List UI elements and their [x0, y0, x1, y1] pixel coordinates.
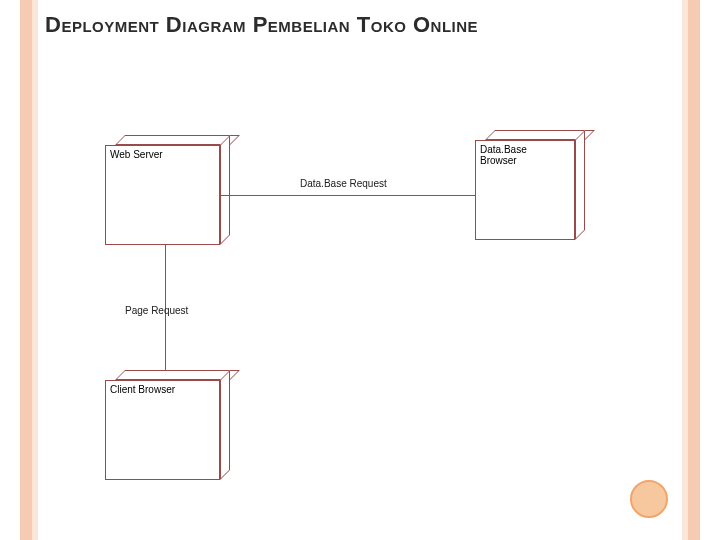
diagram-canvas: Web ServerData.Base BrowserClient Browse…	[40, 50, 680, 530]
accent-dot-icon	[630, 480, 668, 518]
decor-stripe-left-inner	[32, 0, 38, 540]
page-title: Deployment Diagram Pembelian Toko Online	[45, 12, 675, 38]
edge-db-request	[220, 195, 475, 196]
node-client-browser-label: Client Browser	[105, 380, 220, 480]
edge-page-request-label: Page Request	[125, 305, 188, 316]
decor-stripe-right	[688, 0, 700, 540]
edge-db-request-label: Data.Base Request	[300, 178, 387, 189]
node-database: Data.Base Browser	[475, 130, 585, 240]
decor-stripe-right-inner	[682, 0, 688, 540]
node-web-server-label: Web Server	[105, 145, 220, 245]
decor-stripe-left	[20, 0, 32, 540]
node-web-server: Web Server	[105, 135, 230, 245]
node-client-browser: Client Browser	[105, 370, 230, 480]
node-database-label: Data.Base Browser	[475, 140, 575, 240]
